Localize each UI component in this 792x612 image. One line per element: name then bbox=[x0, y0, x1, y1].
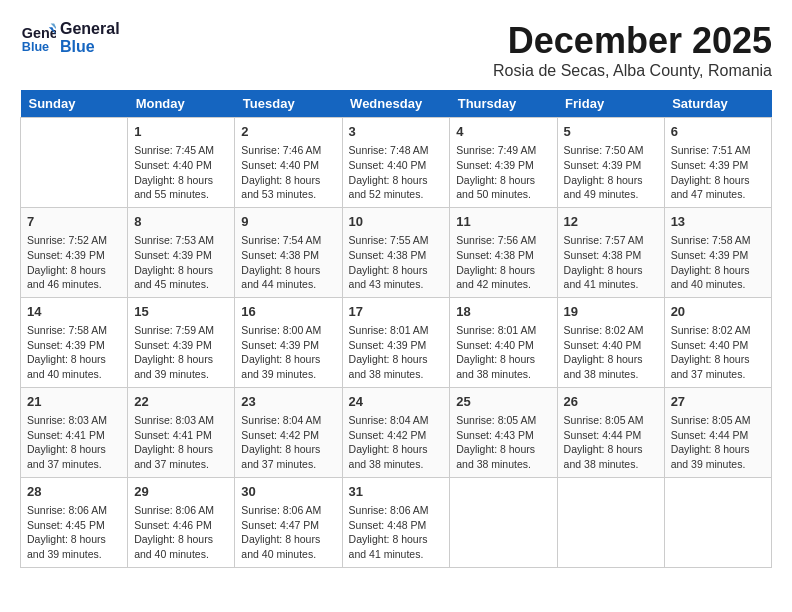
day-header-saturday: Saturday bbox=[664, 90, 771, 118]
calendar-cell: 4Sunrise: 7:49 AMSunset: 4:39 PMDaylight… bbox=[450, 118, 557, 208]
logo: General Blue General Blue bbox=[20, 20, 120, 56]
calendar-cell: 10Sunrise: 7:55 AMSunset: 4:38 PMDayligh… bbox=[342, 207, 450, 297]
day-number: 7 bbox=[27, 213, 121, 231]
calendar-cell: 16Sunrise: 8:00 AMSunset: 4:39 PMDayligh… bbox=[235, 297, 342, 387]
day-header-tuesday: Tuesday bbox=[235, 90, 342, 118]
calendar-cell: 13Sunrise: 7:58 AMSunset: 4:39 PMDayligh… bbox=[664, 207, 771, 297]
cell-info: Sunrise: 8:04 AMSunset: 4:42 PMDaylight:… bbox=[349, 413, 444, 472]
day-number: 22 bbox=[134, 393, 228, 411]
location-title: Rosia de Secas, Alba County, Romania bbox=[493, 62, 772, 80]
day-number: 26 bbox=[564, 393, 658, 411]
cell-info: Sunrise: 8:04 AMSunset: 4:42 PMDaylight:… bbox=[241, 413, 335, 472]
cell-info: Sunrise: 8:01 AMSunset: 4:39 PMDaylight:… bbox=[349, 323, 444, 382]
cell-info: Sunrise: 8:02 AMSunset: 4:40 PMDaylight:… bbox=[564, 323, 658, 382]
cell-info: Sunrise: 8:01 AMSunset: 4:40 PMDaylight:… bbox=[456, 323, 550, 382]
cell-info: Sunrise: 8:03 AMSunset: 4:41 PMDaylight:… bbox=[134, 413, 228, 472]
day-number: 18 bbox=[456, 303, 550, 321]
cell-info: Sunrise: 8:05 AMSunset: 4:43 PMDaylight:… bbox=[456, 413, 550, 472]
calendar-cell: 8Sunrise: 7:53 AMSunset: 4:39 PMDaylight… bbox=[128, 207, 235, 297]
calendar-cell bbox=[21, 118, 128, 208]
calendar-cell: 5Sunrise: 7:50 AMSunset: 4:39 PMDaylight… bbox=[557, 118, 664, 208]
day-number: 10 bbox=[349, 213, 444, 231]
cell-info: Sunrise: 8:06 AMSunset: 4:47 PMDaylight:… bbox=[241, 503, 335, 562]
day-number: 8 bbox=[134, 213, 228, 231]
title-area: December 2025 Rosia de Secas, Alba Count… bbox=[493, 20, 772, 80]
cell-info: Sunrise: 7:58 AMSunset: 4:39 PMDaylight:… bbox=[27, 323, 121, 382]
day-number: 15 bbox=[134, 303, 228, 321]
day-number: 4 bbox=[456, 123, 550, 141]
day-number: 31 bbox=[349, 483, 444, 501]
cell-info: Sunrise: 7:48 AMSunset: 4:40 PMDaylight:… bbox=[349, 143, 444, 202]
day-number: 13 bbox=[671, 213, 765, 231]
calendar-cell: 26Sunrise: 8:05 AMSunset: 4:44 PMDayligh… bbox=[557, 387, 664, 477]
day-number: 24 bbox=[349, 393, 444, 411]
day-number: 3 bbox=[349, 123, 444, 141]
calendar-cell: 21Sunrise: 8:03 AMSunset: 4:41 PMDayligh… bbox=[21, 387, 128, 477]
day-number: 29 bbox=[134, 483, 228, 501]
cell-info: Sunrise: 7:55 AMSunset: 4:38 PMDaylight:… bbox=[349, 233, 444, 292]
cell-info: Sunrise: 7:51 AMSunset: 4:39 PMDaylight:… bbox=[671, 143, 765, 202]
calendar-cell: 24Sunrise: 8:04 AMSunset: 4:42 PMDayligh… bbox=[342, 387, 450, 477]
logo-general: General bbox=[60, 20, 120, 38]
day-header-thursday: Thursday bbox=[450, 90, 557, 118]
day-number: 2 bbox=[241, 123, 335, 141]
cell-info: Sunrise: 7:53 AMSunset: 4:39 PMDaylight:… bbox=[134, 233, 228, 292]
cell-info: Sunrise: 7:58 AMSunset: 4:39 PMDaylight:… bbox=[671, 233, 765, 292]
day-number: 16 bbox=[241, 303, 335, 321]
calendar-cell: 7Sunrise: 7:52 AMSunset: 4:39 PMDaylight… bbox=[21, 207, 128, 297]
calendar-cell: 25Sunrise: 8:05 AMSunset: 4:43 PMDayligh… bbox=[450, 387, 557, 477]
cell-info: Sunrise: 7:45 AMSunset: 4:40 PMDaylight:… bbox=[134, 143, 228, 202]
day-header-sunday: Sunday bbox=[21, 90, 128, 118]
cell-info: Sunrise: 7:57 AMSunset: 4:38 PMDaylight:… bbox=[564, 233, 658, 292]
calendar-cell: 6Sunrise: 7:51 AMSunset: 4:39 PMDaylight… bbox=[664, 118, 771, 208]
calendar-cell bbox=[664, 477, 771, 567]
cell-info: Sunrise: 8:06 AMSunset: 4:46 PMDaylight:… bbox=[134, 503, 228, 562]
day-number: 30 bbox=[241, 483, 335, 501]
day-number: 23 bbox=[241, 393, 335, 411]
month-title: December 2025 bbox=[493, 20, 772, 62]
calendar-cell bbox=[557, 477, 664, 567]
cell-info: Sunrise: 8:03 AMSunset: 4:41 PMDaylight:… bbox=[27, 413, 121, 472]
cell-info: Sunrise: 7:59 AMSunset: 4:39 PMDaylight:… bbox=[134, 323, 228, 382]
calendar-cell: 19Sunrise: 8:02 AMSunset: 4:40 PMDayligh… bbox=[557, 297, 664, 387]
calendar-cell: 18Sunrise: 8:01 AMSunset: 4:40 PMDayligh… bbox=[450, 297, 557, 387]
day-header-wednesday: Wednesday bbox=[342, 90, 450, 118]
calendar-cell: 9Sunrise: 7:54 AMSunset: 4:38 PMDaylight… bbox=[235, 207, 342, 297]
calendar-cell: 23Sunrise: 8:04 AMSunset: 4:42 PMDayligh… bbox=[235, 387, 342, 477]
cell-info: Sunrise: 7:52 AMSunset: 4:39 PMDaylight:… bbox=[27, 233, 121, 292]
calendar-cell: 1Sunrise: 7:45 AMSunset: 4:40 PMDaylight… bbox=[128, 118, 235, 208]
calendar-cell bbox=[450, 477, 557, 567]
day-number: 21 bbox=[27, 393, 121, 411]
cell-info: Sunrise: 8:02 AMSunset: 4:40 PMDaylight:… bbox=[671, 323, 765, 382]
calendar-cell: 22Sunrise: 8:03 AMSunset: 4:41 PMDayligh… bbox=[128, 387, 235, 477]
day-number: 20 bbox=[671, 303, 765, 321]
cell-info: Sunrise: 7:56 AMSunset: 4:38 PMDaylight:… bbox=[456, 233, 550, 292]
day-number: 25 bbox=[456, 393, 550, 411]
cell-info: Sunrise: 7:54 AMSunset: 4:38 PMDaylight:… bbox=[241, 233, 335, 292]
cell-info: Sunrise: 7:50 AMSunset: 4:39 PMDaylight:… bbox=[564, 143, 658, 202]
calendar-cell: 20Sunrise: 8:02 AMSunset: 4:40 PMDayligh… bbox=[664, 297, 771, 387]
calendar-table: SundayMondayTuesdayWednesdayThursdayFrid… bbox=[20, 90, 772, 568]
calendar-cell: 30Sunrise: 8:06 AMSunset: 4:47 PMDayligh… bbox=[235, 477, 342, 567]
day-number: 14 bbox=[27, 303, 121, 321]
logo-icon: General Blue bbox=[20, 20, 56, 56]
day-number: 5 bbox=[564, 123, 658, 141]
calendar-cell: 2Sunrise: 7:46 AMSunset: 4:40 PMDaylight… bbox=[235, 118, 342, 208]
header: General Blue General Blue December 2025 … bbox=[20, 20, 772, 80]
cell-info: Sunrise: 8:05 AMSunset: 4:44 PMDaylight:… bbox=[671, 413, 765, 472]
day-number: 28 bbox=[27, 483, 121, 501]
day-number: 27 bbox=[671, 393, 765, 411]
cell-info: Sunrise: 8:06 AMSunset: 4:48 PMDaylight:… bbox=[349, 503, 444, 562]
calendar-cell: 15Sunrise: 7:59 AMSunset: 4:39 PMDayligh… bbox=[128, 297, 235, 387]
day-number: 19 bbox=[564, 303, 658, 321]
calendar-cell: 14Sunrise: 7:58 AMSunset: 4:39 PMDayligh… bbox=[21, 297, 128, 387]
cell-info: Sunrise: 7:46 AMSunset: 4:40 PMDaylight:… bbox=[241, 143, 335, 202]
cell-info: Sunrise: 8:06 AMSunset: 4:45 PMDaylight:… bbox=[27, 503, 121, 562]
calendar-cell: 27Sunrise: 8:05 AMSunset: 4:44 PMDayligh… bbox=[664, 387, 771, 477]
logo-blue: Blue bbox=[60, 38, 120, 56]
day-header-monday: Monday bbox=[128, 90, 235, 118]
day-number: 1 bbox=[134, 123, 228, 141]
calendar-cell: 31Sunrise: 8:06 AMSunset: 4:48 PMDayligh… bbox=[342, 477, 450, 567]
day-number: 11 bbox=[456, 213, 550, 231]
cell-info: Sunrise: 8:00 AMSunset: 4:39 PMDaylight:… bbox=[241, 323, 335, 382]
